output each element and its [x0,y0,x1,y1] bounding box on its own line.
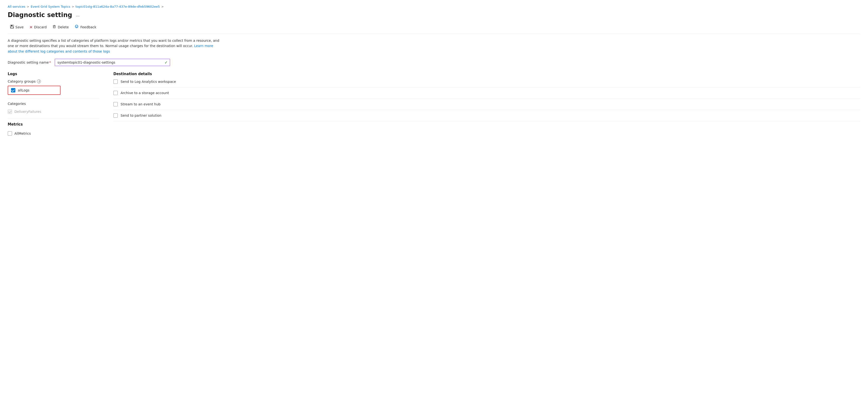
form-label: Diagnostic setting name* [8,61,51,64]
dest-checkbox-2[interactable] [113,102,118,106]
delete-label: Delete [58,25,69,29]
input-wrapper: ✓ [55,59,170,66]
svg-point-10 [77,26,78,27]
diagnostic-setting-name-input[interactable] [55,59,170,66]
svg-rect-3 [53,26,55,28]
input-check-icon: ✓ [164,60,168,65]
dest-item-3: Send to partner solution [113,110,860,121]
all-metrics-row[interactable]: AllMetrics [8,130,99,137]
save-label: Save [16,25,24,29]
all-metrics-label: AllMetrics [14,132,31,135]
breadcrumb-event-grid[interactable]: Event Grid System Topics [31,5,70,8]
dest-label-0: Send to Log Analytics workspace [121,80,176,84]
save-icon [10,25,14,30]
delete-button[interactable]: Delete [50,23,71,31]
category-groups-info-icon[interactable]: i [37,79,41,83]
feedback-button[interactable]: Feedback [72,23,99,31]
svg-rect-2 [11,27,13,28]
dest-checkbox-3[interactable] [113,113,118,118]
logs-heading: Logs [8,72,99,76]
dest-label-2: Stream to an event hub [121,102,160,106]
required-indicator: * [49,61,51,64]
all-metrics-checkbox[interactable] [8,131,12,136]
dest-checkbox-1[interactable] [113,91,118,95]
svg-rect-1 [11,25,12,26]
breadcrumb: All services > Event Grid System Topics … [8,5,860,8]
metrics-heading: Metrics [8,122,99,127]
discard-button[interactable]: ✕ Discard [27,24,49,31]
discard-label: Discard [34,25,47,29]
ellipsis-button[interactable]: ... [74,12,81,18]
breadcrumb-all-services[interactable]: All services [8,5,26,8]
all-logs-checkbox[interactable] [11,88,16,92]
breadcrumb-sep-1: > [27,5,29,8]
dest-label-3: Send to partner solution [121,114,161,118]
categories-label: Categories [8,102,99,106]
dest-label-1: Archive to a storage account [121,91,169,95]
dest-checkbox-0[interactable] [113,79,118,84]
save-button[interactable]: Save [8,23,26,31]
left-panel: Logs Category groups i allLogs Categorie… [8,72,99,137]
delivery-failures-row: DeliveryFailures [8,108,99,115]
all-logs-label: allLogs [18,88,30,92]
delivery-failures-label: DeliveryFailures [14,110,41,114]
feedback-label: Feedback [80,25,96,29]
destination-heading: Destination details [113,72,860,76]
breadcrumb-topic[interactable]: topic01stg-811a624a-8a77-437e-89de-dfeb5… [76,5,160,8]
breadcrumb-sep-3: > [161,5,163,8]
svg-point-9 [76,26,76,27]
delivery-failures-checkbox [8,109,12,114]
metrics-section: Metrics AllMetrics [8,122,99,137]
discard-icon: ✕ [29,25,32,30]
page-title: Diagnostic setting [8,11,72,19]
right-panel: Destination details Send to Log Analytic… [113,72,860,137]
all-logs-row[interactable]: allLogs [8,86,61,95]
page-title-row: Diagnostic setting ... [8,11,860,19]
delete-icon [52,25,56,30]
dest-item-2: Stream to an event hub [113,99,860,110]
feedback-icon [74,25,79,30]
logs-section: Logs Category groups i allLogs Categorie… [8,72,99,119]
destination-items: Send to Log Analytics workspace Archive … [113,79,860,121]
categories-divider [8,119,99,119]
dest-item-1: Archive to a storage account [113,87,860,99]
dest-item-0: Send to Log Analytics workspace [113,79,860,87]
main-content: Logs Category groups i allLogs Categorie… [8,72,860,137]
description-text: A diagnostic setting specifies a list of… [8,39,219,48]
category-groups-label: Category groups i [8,79,99,83]
description: A diagnostic setting specifies a list of… [8,38,224,54]
form-row: Diagnostic setting name* ✓ [8,59,860,66]
toolbar: Save ✕ Discard Delete Feedback [8,23,860,34]
breadcrumb-sep-2: > [72,5,74,8]
